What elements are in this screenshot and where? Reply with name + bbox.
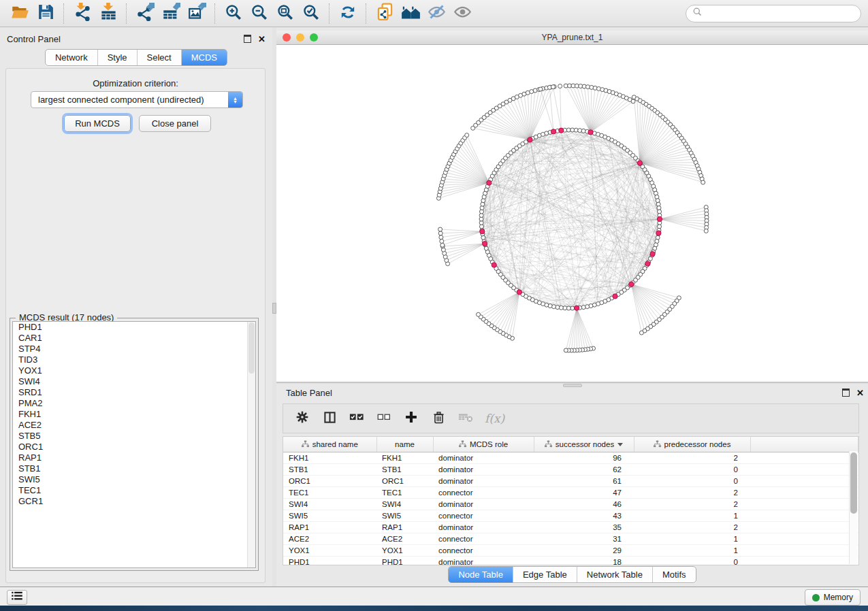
- table-cell[interactable]: 47: [534, 487, 634, 499]
- table-cell[interactable]: 31: [534, 533, 634, 545]
- tab-network[interactable]: Network: [46, 50, 97, 65]
- mcds-list-scrollbar[interactable]: [247, 322, 255, 567]
- zoom-in-button[interactable]: [221, 3, 246, 24]
- close-panel-button[interactable]: Close panel: [139, 115, 211, 132]
- import-table-button[interactable]: [95, 3, 121, 24]
- list-item[interactable]: STB5: [13, 431, 255, 442]
- list-item[interactable]: TEC1: [13, 485, 255, 496]
- table-row[interactable]: TEC1TEC1connector472: [283, 487, 858, 499]
- close-panel-icon[interactable]: ✕: [258, 35, 266, 44]
- table-cell[interactable]: 61: [534, 476, 634, 487]
- network-window-titlebar[interactable]: YPA_prune.txt_1: [276, 31, 868, 45]
- table-cell[interactable]: connector: [433, 533, 534, 545]
- show-all-button[interactable]: [449, 3, 475, 24]
- export-table-button[interactable]: [158, 3, 184, 24]
- table-cell[interactable]: 96: [534, 452, 634, 464]
- export-image-button[interactable]: [184, 3, 210, 24]
- table-cell[interactable]: ORC1: [376, 476, 433, 487]
- table-scrollbar-thumb[interactable]: [850, 452, 857, 514]
- table-cell[interactable]: 35: [534, 522, 634, 533]
- tab-edge-table[interactable]: Edge Table: [513, 567, 577, 582]
- table-row[interactable]: SWI4SWI4dominator462: [283, 499, 858, 510]
- open-session-button[interactable]: [7, 3, 33, 24]
- tab-node-table[interactable]: Node Table: [449, 567, 513, 582]
- table-cell[interactable]: 62: [534, 464, 634, 476]
- list-item[interactable]: RAP1: [13, 452, 255, 463]
- table-cell[interactable]: 29: [534, 545, 634, 557]
- table-cell[interactable]: 2: [634, 487, 750, 499]
- tab-mcds[interactable]: MCDS: [181, 50, 227, 65]
- list-item[interactable]: ACE2: [13, 420, 255, 431]
- table-row[interactable]: YOX1YOX1connector291: [283, 545, 858, 557]
- table-cell[interactable]: 2: [634, 452, 750, 464]
- deselect-all-button[interactable]: [376, 410, 392, 427]
- tab-network-table[interactable]: Network Table: [577, 567, 652, 582]
- network-canvas[interactable]: [276, 45, 868, 381]
- run-mcds-button[interactable]: Run MCDS: [64, 115, 131, 132]
- table-cell[interactable]: connector: [433, 545, 534, 557]
- table-cell[interactable]: 1: [634, 533, 750, 545]
- delete-column-button[interactable]: [430, 410, 447, 427]
- column-header-name[interactable]: name: [376, 437, 433, 452]
- optimization-criterion-select[interactable]: largest connected component (undirected)…: [31, 91, 243, 108]
- list-item[interactable]: SWI5: [13, 474, 255, 485]
- table-cell[interactable]: SWI5: [283, 510, 376, 522]
- delete-table-button[interactable]: [457, 410, 474, 427]
- search-input[interactable]: [703, 8, 854, 19]
- table-cell[interactable]: connector: [433, 487, 534, 499]
- list-item[interactable]: CAR1: [13, 333, 255, 344]
- table-cell[interactable]: SWI4: [376, 499, 433, 510]
- zoom-selected-button[interactable]: [298, 3, 324, 24]
- table-cell[interactable]: connector: [433, 510, 534, 522]
- refresh-button[interactable]: [335, 3, 361, 24]
- table-cell[interactable]: PHD1: [283, 557, 376, 566]
- table-cell[interactable]: FKH1: [283, 452, 376, 464]
- table-row[interactable]: SWI5SWI5connector431: [283, 510, 858, 522]
- list-item[interactable]: STP4: [13, 344, 255, 354]
- column-header-MCDS-role[interactable]: MCDS role: [433, 437, 534, 452]
- table-cell[interactable]: STB1: [376, 464, 433, 476]
- table-cell[interactable]: dominator: [433, 476, 534, 487]
- table-cell[interactable]: 0: [634, 476, 750, 487]
- tab-motifs[interactable]: Motifs: [652, 567, 696, 582]
- zoom-fit-button[interactable]: [272, 3, 298, 24]
- show-panels-button[interactable]: [7, 590, 27, 605]
- table-row[interactable]: ACE2ACE2connector311: [283, 533, 858, 545]
- table-cell[interactable]: TEC1: [376, 487, 433, 499]
- list-item[interactable]: SRD1: [13, 387, 255, 398]
- add-column-button[interactable]: [403, 410, 419, 427]
- save-session-button[interactable]: [33, 3, 59, 24]
- table-cell[interactable]: ORC1: [283, 476, 376, 487]
- table-cell[interactable]: 43: [534, 510, 634, 522]
- float-panel-icon[interactable]: [244, 35, 251, 43]
- table-cell[interactable]: dominator: [433, 452, 534, 464]
- table-cell[interactable]: SWI4: [283, 499, 376, 510]
- export-network-button[interactable]: [132, 3, 158, 24]
- tab-select[interactable]: Select: [137, 50, 181, 65]
- list-item[interactable]: STB1: [13, 463, 255, 474]
- table-row[interactable]: STB1STB1dominator620: [283, 464, 858, 476]
- table-row[interactable]: PHD1PHD1dominator180: [283, 557, 858, 566]
- table-cell[interactable]: PHD1: [376, 557, 433, 566]
- select-all-button[interactable]: [349, 410, 365, 427]
- table-cell[interactable]: 1: [634, 510, 750, 522]
- table-cell[interactable]: 18: [534, 557, 634, 566]
- table-cell[interactable]: STB1: [283, 464, 376, 476]
- zoom-out-button[interactable]: [246, 3, 272, 24]
- table-cell[interactable]: SWI5: [376, 510, 433, 522]
- table-cell[interactable]: YOX1: [376, 545, 433, 557]
- table-cell[interactable]: 2: [634, 522, 750, 533]
- list-item[interactable]: FKH1: [13, 409, 255, 420]
- table-cell[interactable]: 46: [534, 499, 634, 510]
- table-cell[interactable]: ACE2: [283, 533, 376, 545]
- show-column-panel-button[interactable]: [321, 410, 338, 427]
- table-cell[interactable]: TEC1: [283, 487, 376, 499]
- list-item[interactable]: TID3: [13, 354, 255, 365]
- close-table-panel-icon[interactable]: ✕: [856, 389, 864, 397]
- column-header-shared-name[interactable]: shared name: [283, 437, 376, 452]
- list-item[interactable]: YOX1: [13, 365, 255, 376]
- import-network-button[interactable]: [69, 3, 95, 24]
- tab-style[interactable]: Style: [97, 50, 137, 65]
- table-cell[interactable]: 0: [634, 557, 750, 566]
- table-cell[interactable]: FKH1: [376, 452, 433, 464]
